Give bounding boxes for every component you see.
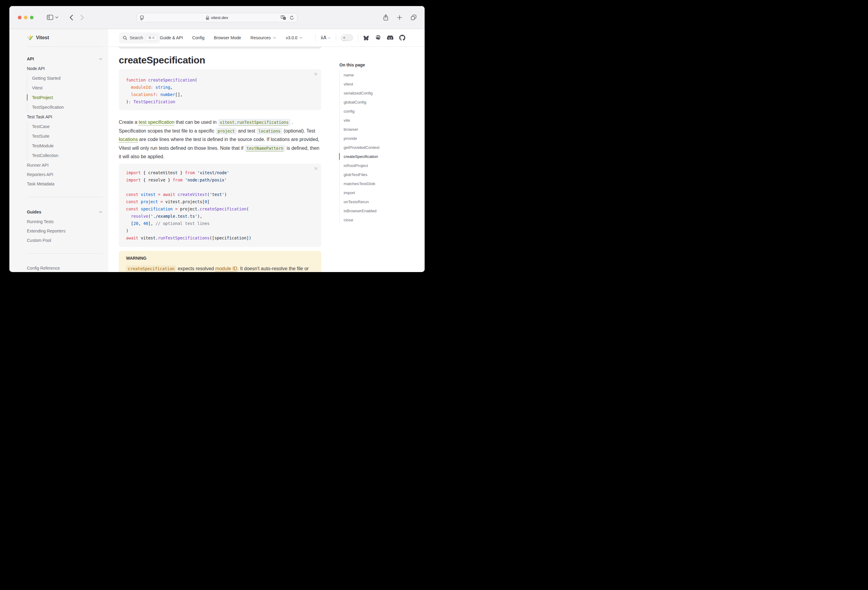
code-block-example[interactable]: ts import { createVitest } from 'vitest/… xyxy=(119,164,321,247)
on-this-page: On this page namevitestserializedConfigg… xyxy=(340,62,424,224)
header-divider xyxy=(316,34,316,41)
toc-item-browser[interactable]: browser xyxy=(344,125,424,134)
toc-item-getprovidedcontext[interactable]: getProvidedContext xyxy=(344,143,424,152)
inline-code: project xyxy=(216,128,237,134)
doc-link-test-specification[interactable]: test specification xyxy=(139,119,174,125)
chevron-down-icon xyxy=(99,57,103,61)
toc-item-serializedconfig[interactable]: serializedConfig xyxy=(344,88,424,97)
social-links xyxy=(363,35,405,41)
zoom-window-button[interactable] xyxy=(30,16,34,19)
share-icon[interactable] xyxy=(383,14,389,21)
toc-item-name[interactable]: name xyxy=(344,71,424,79)
toc-item-globalconfig[interactable]: globalConfig xyxy=(344,97,424,107)
sidebar-section-api[interactable]: API xyxy=(27,54,103,64)
code-lines: function createSpecification( moduleId: … xyxy=(119,77,321,105)
mastodon-icon[interactable] xyxy=(375,35,381,41)
header-nav: Guide & APIConfigBrowser ModeResourcesv3… xyxy=(160,35,303,40)
sidebar-group-node-api: Node API xyxy=(27,64,103,74)
toc-item-ontestsrerun[interactable]: onTestsRerun xyxy=(344,197,424,206)
toc-list: namevitestserializedConfigglobalConfigco… xyxy=(340,71,424,224)
sidebar-item-getting-started[interactable]: Getting Started xyxy=(32,74,103,83)
toc-item-isbrowserenabled[interactable]: isBrowserEnabled xyxy=(344,206,424,215)
new-tab-icon[interactable] xyxy=(397,15,402,20)
tab-overview-icon[interactable] xyxy=(410,14,417,21)
sidebar-item-testspecification[interactable]: TestSpecification xyxy=(32,102,103,112)
minimize-window-button[interactable] xyxy=(24,16,28,19)
sidebar-item-vitest[interactable]: Vitest xyxy=(32,83,103,93)
vitest-logo[interactable]: Vitest xyxy=(27,29,103,47)
code-block-signature[interactable]: ts function createSpecification( moduleI… xyxy=(119,69,321,110)
toc-item-isrootproject[interactable]: isRootProject xyxy=(344,161,424,170)
sidebar-item-testcollection[interactable]: TestCollection xyxy=(32,151,103,160)
theme-toggle-knob xyxy=(341,35,347,40)
toc-item-config[interactable]: config xyxy=(344,107,424,116)
language-menu-button[interactable]: ẋA xyxy=(321,35,331,40)
inline-code: locations xyxy=(257,128,282,134)
sidebar-divider xyxy=(27,253,103,254)
sidebar-group-test-task-api: Test Task API xyxy=(27,112,103,122)
search-placeholder: Search xyxy=(130,35,143,40)
code-line: ) xyxy=(119,227,321,234)
code-lang-badge: ts xyxy=(314,72,317,76)
toc-item-matchestestglob[interactable]: matchesTestGlob xyxy=(344,179,424,188)
reader-view-icon[interactable] xyxy=(140,15,145,20)
sidebar-group-items: TestCaseTestSuiteTestModuleTestCollectio… xyxy=(27,122,103,160)
sidebar-item-config-reference[interactable]: Config Reference xyxy=(27,263,103,272)
search-shortcut-badge: ⌘ K xyxy=(146,35,156,41)
sidebar-item-extending-reporters[interactable]: Extending Reporters xyxy=(27,226,103,235)
chevron-down-icon[interactable] xyxy=(55,16,58,18)
toc-item-provide[interactable]: provide xyxy=(344,134,424,143)
sidebar-item-task-metadata[interactable]: Task Metadata xyxy=(27,179,103,188)
forward-button[interactable] xyxy=(80,15,84,21)
nav-item-browser-mode[interactable]: Browser Mode xyxy=(214,35,241,40)
nav-item-guide-api[interactable]: Guide & API xyxy=(160,35,183,40)
sidebar-item-testcase[interactable]: TestCase xyxy=(32,122,103,131)
reload-icon[interactable] xyxy=(289,15,294,20)
discord-icon[interactable] xyxy=(387,35,394,40)
sidebar-section-guides[interactable]: Guides xyxy=(27,207,103,217)
toc-item-close[interactable]: close xyxy=(344,215,424,224)
theme-toggle[interactable] xyxy=(341,34,353,41)
doc-link-locations[interactable]: locations xyxy=(119,137,138,142)
svg-text:x: x xyxy=(284,17,285,20)
nav-item-config[interactable]: Config xyxy=(192,35,204,40)
bluesky-icon[interactable] xyxy=(363,35,369,41)
address-bar[interactable]: vitest.dev Ax xyxy=(137,13,297,22)
traffic-lights xyxy=(18,16,34,19)
code-line: [20, 40], // optional test lines xyxy=(119,220,321,227)
search-icon xyxy=(123,35,127,40)
code-link-testnamepattern[interactable]: testNamePattern xyxy=(245,146,285,151)
toc-item-vitest[interactable]: vitest xyxy=(344,79,424,88)
code-link-vitest-runtestspecifications[interactable]: vitest.runTestSpecifications xyxy=(218,119,291,125)
browser-window: vitest.dev Ax xyxy=(9,6,425,272)
toc-title: On this page xyxy=(340,62,424,67)
code-line: const vitest = await createVitest('test'… xyxy=(119,191,321,198)
inline-code: createSpecification xyxy=(126,265,176,272)
sun-icon xyxy=(342,36,346,40)
sidebar-item-testmodule[interactable]: TestModule xyxy=(32,141,103,151)
close-window-button[interactable] xyxy=(18,16,21,19)
doc-link-module-id[interactable]: module ID xyxy=(215,266,237,271)
back-button[interactable] xyxy=(69,15,73,21)
code-line: ): TestSpecification xyxy=(119,98,321,105)
github-icon[interactable] xyxy=(399,35,405,41)
sidebar-item-custom-pool[interactable]: Custom Pool xyxy=(27,235,103,245)
toc-item-globtestfiles[interactable]: globTestFiles xyxy=(344,170,424,179)
toc-item-vite[interactable]: vite xyxy=(344,116,424,125)
header-divider xyxy=(336,34,336,41)
search-input[interactable]: Search ⌘ K xyxy=(119,32,160,44)
vitest-logo-label: Vitest xyxy=(36,35,49,40)
code-lines: import { createVitest } from 'vitest/nod… xyxy=(119,169,321,241)
translate-page-icon[interactable]: Ax xyxy=(281,15,286,20)
toc-item-createspecification[interactable]: createSpecification xyxy=(344,152,424,161)
sidebar-toggle-icon[interactable] xyxy=(47,15,53,20)
toc-item-import[interactable]: import xyxy=(344,188,424,197)
sidebar-item-testproject[interactable]: TestProject xyxy=(32,93,103,102)
sidebar-item-reporters-api[interactable]: Reporters API xyxy=(27,170,103,179)
nav-item-resources[interactable]: Resources xyxy=(251,35,276,40)
sidebar-item-running-tests[interactable]: Running Tests xyxy=(27,217,103,226)
previous-code-block-edge xyxy=(119,47,321,49)
sidebar-item-testsuite[interactable]: TestSuite xyxy=(32,131,103,141)
sidebar-item-runner-api[interactable]: Runner API xyxy=(27,160,103,170)
nav-item-v3-0-0[interactable]: v3.0.0 xyxy=(286,35,303,40)
